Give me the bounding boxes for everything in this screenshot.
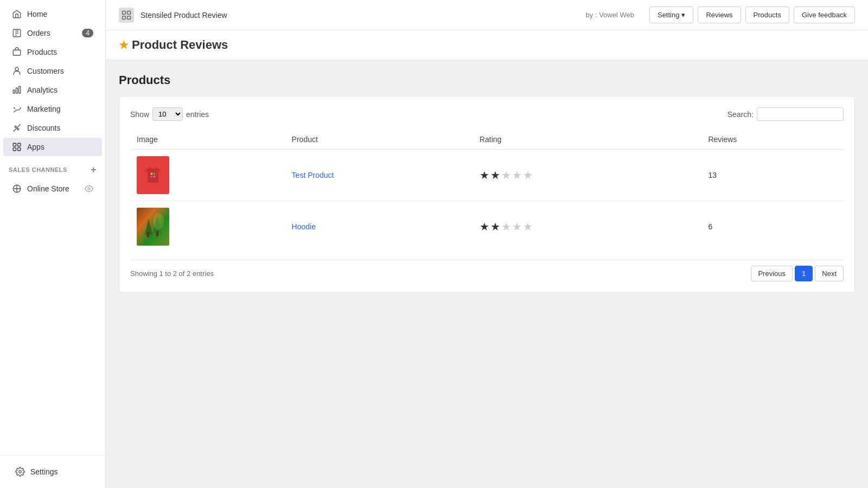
product-image-cell	[130, 150, 285, 201]
products-table: Image Product Rating Reviews	[130, 130, 844, 252]
sidebar-item-analytics[interactable]: Analytics	[3, 81, 102, 99]
discounts-icon	[12, 123, 22, 133]
sidebar-item-label: Analytics	[27, 86, 58, 94]
search-label: Search:	[727, 110, 754, 119]
sidebar-item-marketing[interactable]: Marketing	[3, 100, 102, 118]
svg-rect-15	[127, 11, 131, 14]
col-rating: Rating	[473, 130, 702, 150]
sidebar-item-home[interactable]: Home	[3, 5, 102, 23]
search-control: Search:	[727, 107, 844, 121]
reviews-count: 6	[708, 222, 712, 231]
sidebar-item-settings[interactable]: Settings	[7, 463, 99, 481]
svg-point-13	[19, 471, 22, 473]
svg-rect-9	[13, 148, 16, 151]
marketing-icon	[12, 104, 22, 114]
svg-point-1	[15, 67, 18, 70]
online-store-icon	[12, 184, 22, 194]
products-icon	[12, 47, 22, 57]
product-rating-cell: ★★★★★	[473, 150, 702, 201]
col-image: Image	[130, 130, 285, 150]
add-sales-channel-button[interactable]: +	[91, 165, 97, 175]
products-table-card: Show 10 25 50 100 entries Search:	[119, 96, 855, 293]
svg-rect-22	[137, 208, 169, 246]
sidebar-bottom: Settings	[0, 455, 105, 488]
previous-button[interactable]: Previous	[751, 266, 793, 281]
reviews-button[interactable]: Reviews	[698, 7, 741, 23]
table-controls: Show 10 25 50 100 entries Search:	[130, 107, 844, 121]
setting-button[interactable]: Setting ▾	[649, 7, 693, 23]
entries-select[interactable]: 10 25 50 100	[152, 107, 183, 121]
settings-icon	[15, 467, 25, 477]
apps-icon	[12, 142, 22, 152]
sidebar-item-label: Orders	[27, 29, 50, 37]
svg-rect-14	[123, 11, 126, 14]
products-button[interactable]: Products	[745, 7, 789, 23]
sidebar-item-label: Home	[27, 10, 47, 18]
showing-text: Showing 1 to 2 of 2 entries	[130, 269, 214, 278]
svg-rect-4	[19, 86, 21, 93]
dropdown-arrow-icon: ▾	[681, 11, 685, 19]
show-entries: Show 10 25 50 100 entries	[130, 107, 209, 121]
product-image-cell	[130, 201, 285, 253]
sidebar-item-label: Marketing	[27, 105, 60, 113]
product-image	[137, 156, 169, 194]
product-name-cell: Test Product	[285, 150, 473, 201]
svg-point-5	[15, 126, 16, 127]
sidebar-item-online-store[interactable]: Online Store	[3, 179, 102, 198]
section-title: Products	[119, 73, 855, 87]
orders-icon	[12, 28, 22, 38]
app-name: Stensiled Product Review	[141, 11, 227, 20]
app-icon	[119, 8, 134, 23]
svg-rect-21	[154, 176, 155, 177]
sidebar: Home Orders 4 Products	[0, 0, 106, 488]
svg-rect-25	[147, 232, 149, 237]
svg-rect-7	[13, 143, 16, 146]
sidebar-item-customers[interactable]: Customers	[3, 62, 102, 80]
sales-channels-header: SALES CHANNELS +	[0, 160, 105, 179]
svg-rect-20	[151, 176, 152, 177]
orders-badge: 4	[82, 29, 93, 37]
sidebar-item-products[interactable]: Products	[3, 43, 102, 61]
next-button[interactable]: Next	[815, 266, 844, 281]
visibility-icon[interactable]	[85, 184, 93, 193]
search-input[interactable]	[757, 107, 844, 121]
main-content: Stensiled Product Review by : Vowel Web …	[106, 0, 868, 488]
sidebar-item-orders[interactable]: Orders 4	[3, 24, 102, 42]
table-body: Test Product ★★★★★ 13	[130, 150, 844, 253]
pagination: Previous 1 Next	[751, 266, 844, 281]
table-row: Hoodie ★★★★★ 6	[130, 201, 844, 253]
svg-rect-2	[13, 90, 15, 93]
svg-rect-17	[127, 16, 131, 19]
svg-rect-26	[156, 231, 158, 236]
sidebar-item-label: Discounts	[27, 124, 60, 132]
sidebar-item-discounts[interactable]: Discounts	[3, 119, 102, 137]
sidebar-nav: Home Orders 4 Products	[0, 0, 105, 455]
home-icon	[12, 9, 22, 19]
table-row: Test Product ★★★★★ 13	[130, 150, 844, 201]
svg-rect-19	[154, 173, 155, 175]
svg-rect-3	[16, 88, 18, 93]
give-feedback-button[interactable]: Give feedback	[794, 7, 855, 23]
page-1-button[interactable]: 1	[795, 266, 813, 281]
product-link[interactable]: Hoodie	[292, 222, 316, 231]
topbar: Stensiled Product Review by : Vowel Web …	[106, 0, 868, 30]
product-reviews-cell: 13	[701, 150, 844, 201]
sidebar-item-label: Customers	[27, 67, 64, 75]
product-link[interactable]: Test Product	[292, 171, 334, 179]
sidebar-settings-label: Settings	[30, 467, 58, 476]
tshirt-svg	[142, 164, 164, 186]
table-footer: Showing 1 to 2 of 2 entries Previous 1 N…	[130, 260, 844, 281]
product-rating-cell: ★★★★★	[473, 201, 702, 253]
product-image	[137, 208, 169, 246]
product-reviews-cell: 6	[701, 201, 844, 253]
svg-point-12	[88, 188, 90, 190]
sidebar-item-label: Apps	[27, 143, 44, 151]
svg-rect-8	[18, 143, 21, 146]
star-icon: ★	[119, 38, 129, 52]
reviews-count: 13	[708, 171, 717, 179]
sidebar-item-label: Products	[27, 48, 57, 56]
sidebar-item-apps[interactable]: Apps	[3, 138, 102, 156]
topbar-actions: Setting ▾ Reviews Products Give feedback	[649, 7, 855, 23]
page-title: ★ Product Reviews	[119, 38, 228, 52]
sidebar-item-label: Online Store	[27, 184, 69, 193]
